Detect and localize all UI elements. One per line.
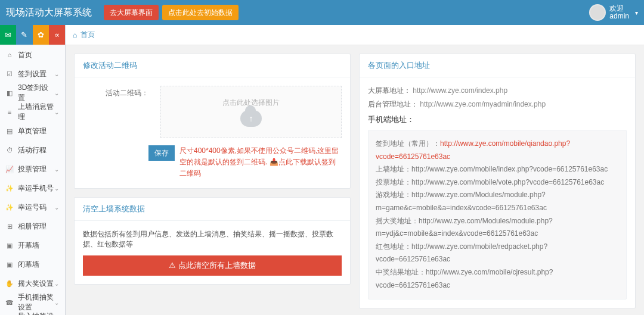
url-line: 投票地址：http://www.zye.com/mobile/vote.php?…: [376, 176, 619, 189]
sidebar-item-11[interactable]: ▣闭幕墙: [0, 255, 65, 274]
sidebar-item-10[interactable]: ▣开幕墙: [0, 236, 65, 255]
breadcrumb-home[interactable]: 首页: [80, 30, 95, 40]
menu-icon: ▣: [5, 261, 14, 269]
upload-area[interactable]: 点击此处选择图片: [160, 86, 342, 138]
wechat-icon: ✉: [5, 30, 11, 39]
sidebar-item-label: 相册管理: [18, 222, 59, 232]
menu-icon: ✨: [5, 185, 14, 192]
cloud-upload-icon: [240, 110, 262, 127]
sidebar-item-label: 首页: [18, 50, 59, 60]
clear-all-button[interactable]: ⚠ 点此清空所有上墙数据: [83, 255, 342, 276]
quick-star-button[interactable]: ✿: [33, 25, 49, 45]
sidebar-item-8[interactable]: ✨幸运号码⌄: [0, 198, 65, 217]
save-button[interactable]: 保存: [148, 145, 175, 161]
sidebar-item-label: 3D签到设置: [18, 83, 54, 103]
chevron-down-icon: ⌄: [54, 204, 59, 211]
pencil-icon: ✎: [21, 30, 27, 39]
menu-icon: ◧: [5, 89, 14, 97]
topbar: 现场活动大屏幕系统 去大屏幕界面 点击此处去初始数据 欢迎 admin ▾: [0, 0, 644, 25]
sidebar-item-0[interactable]: ⌂首页: [0, 45, 65, 64]
bigscreen-url-line: 大屏幕地址： http://www.zye.com/index.php: [368, 86, 627, 96]
content-area: ⌂ 首页 修改活动二维码 活动二维码： 点击此处选择图片: [66, 25, 644, 315]
sidebar-item-1[interactable]: ☑签到设置⌄: [0, 64, 65, 83]
sidebar-item-7[interactable]: ✨幸运手机号⌄: [0, 179, 65, 198]
sidebar-item-label: 投票管理: [18, 164, 54, 174]
user-text: 欢迎 admin: [609, 5, 629, 20]
goto-bigscreen-button[interactable]: 去大屏幕界面: [104, 5, 159, 20]
user-menu[interactable]: 欢迎 admin ▾: [589, 4, 638, 21]
sidebar-item-4[interactable]: ▤单页管理: [0, 121, 65, 141]
qr-panel: 修改活动二维码 活动二维码： 点击此处选择图片 保存 尺: [74, 54, 351, 189]
share-icon: ∝: [54, 30, 60, 39]
menu-icon: ☑: [5, 70, 14, 78]
menu-icon: ▤: [5, 127, 14, 135]
breadcrumb: ⌂ 首页: [66, 25, 644, 45]
chevron-down-icon: ▾: [635, 10, 638, 16]
sidebar-item-2[interactable]: ◧3D签到设置⌄: [0, 83, 65, 102]
url-line: 中奖结果地址：http://www.zye.com/mobile/cjresul…: [376, 266, 619, 292]
url-line: 游戏地址：http://www.zye.com/Modules/module.p…: [376, 189, 619, 214]
qr-label: 活动二维码：: [83, 86, 148, 138]
sidebar-item-5[interactable]: ⏱活动行程: [0, 141, 65, 160]
chevron-down-icon: ⌄: [54, 166, 59, 173]
chevron-down-icon: ⌄: [54, 90, 59, 96]
sidebar-item-label: 单页管理: [18, 126, 59, 136]
avatar: [589, 4, 606, 21]
chevron-down-icon: ⌄: [54, 280, 59, 287]
sidebar-item-3[interactable]: ≡上墙消息管理⌄: [0, 102, 65, 121]
sidebar-item-14[interactable]: ⤵导入抽奖设置⌄: [0, 312, 65, 315]
clear-description: 数据包括所有签到用户信息、发送的上墙消息、抽奖结果、摇一摇数据、投票数据、红包数…: [83, 229, 342, 249]
menu-icon: ✋: [5, 280, 14, 288]
quick-share-button[interactable]: ∝: [49, 25, 65, 45]
sidebar-item-12[interactable]: ✋摇大奖设置⌄: [0, 274, 65, 293]
chevron-down-icon: ⌄: [54, 71, 59, 77]
sidebar-item-label: 闭幕墙: [18, 260, 59, 270]
quick-buttons: ✉ ✎ ✿ ∝: [0, 25, 65, 45]
app-logo: 现场活动大屏幕系统: [6, 7, 100, 19]
menu-icon: 📈: [5, 166, 14, 173]
sidebar-item-label: 开幕墙: [18, 241, 59, 251]
sidebar-item-6[interactable]: 📈投票管理⌄: [0, 160, 65, 179]
mobile-url-box: 签到地址（常用）：http://www.zye.com/mobile/qiand…: [368, 130, 627, 300]
sidebar-item-label: 幸运号码: [18, 202, 54, 213]
sidebar-item-label: 签到设置: [18, 69, 54, 79]
menu-icon: ▣: [5, 242, 14, 249]
qr-note: 尺寸400*400像素,如果不使用公众号二维码,这里留空的就是默认的签到二维码.…: [179, 145, 342, 180]
url-line: 红包地址：http://www.zye.com/mobile/redpacket…: [376, 241, 619, 266]
admin-url-link[interactable]: http://www.zye.com/myadmin/index.php: [420, 100, 546, 108]
menu-icon: ✨: [5, 204, 14, 211]
panel-title: 清空上墙系统数据: [75, 198, 350, 221]
admin-url-line: 后台管理地址： http://www.zye.com/myadmin/index…: [368, 99, 627, 110]
sidebar-item-9[interactable]: ⊞相册管理: [0, 217, 65, 236]
sidebar-item-label: 导入抽奖设置: [18, 311, 54, 315]
chevron-down-icon: ⌄: [54, 109, 59, 116]
sidebar-item-label: 活动行程: [18, 145, 59, 155]
url-line: 上墙地址：http://www.zye.com/mobile/index.php…: [376, 163, 619, 176]
urls-panel: 各页面的入口地址 大屏幕地址： http://www.zye.com/index…: [359, 54, 636, 308]
sidebar-item-13[interactable]: ☎手机摇抽奖设置⌄: [0, 293, 65, 312]
bigscreen-url-link[interactable]: http://www.zye.com/index.php: [413, 86, 507, 95]
sidebar-item-label: 摇大奖设置: [18, 279, 54, 289]
menu-icon: ☎: [5, 299, 14, 307]
home-icon: ⌂: [73, 31, 77, 39]
menu-icon: ⌂: [5, 51, 14, 58]
menu-icon: ≡: [5, 108, 14, 116]
chevron-down-icon: ⌄: [54, 185, 59, 192]
panel-title: 各页面的入口地址: [360, 54, 635, 77]
url-line: 签到地址（常用）：http://www.zye.com/mobile/qiand…: [376, 138, 619, 163]
panel-title: 修改活动二维码: [75, 54, 350, 77]
sidebar-item-label: 上墙消息管理: [18, 102, 54, 122]
menu-icon: ⊞: [5, 223, 14, 230]
sidebar-item-label: 手机摇抽奖设置: [18, 292, 54, 313]
mobile-header: 手机端地址：: [368, 114, 627, 125]
clear-data-panel: 清空上墙系统数据 数据包括所有签到用户信息、发送的上墙消息、抽奖结果、摇一摇数据…: [74, 197, 351, 285]
thumb-icon: ✿: [38, 30, 44, 39]
sidebar-item-label: 幸运手机号: [18, 183, 54, 194]
menu-icon: ⏱: [5, 146, 14, 154]
quick-edit-button[interactable]: ✎: [16, 25, 32, 45]
reset-data-button[interactable]: 点击此处去初始数据: [162, 5, 239, 20]
chevron-down-icon: ⌄: [54, 300, 59, 306]
quick-wechat-button[interactable]: ✉: [0, 25, 16, 45]
sidebar: ✉ ✎ ✿ ∝ ⌂首页☑签到设置⌄◧3D签到设置⌄≡上墙消息管理⌄▤单页管理⏱活…: [0, 25, 66, 315]
url-line: 摇大奖地址：http://www.zye.com/Modules/module.…: [376, 215, 619, 241]
